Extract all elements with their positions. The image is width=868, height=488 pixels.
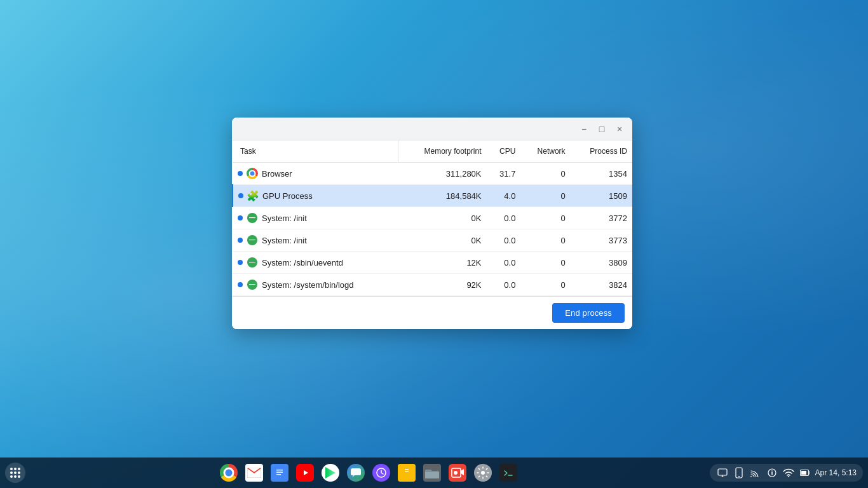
memory-cell-ueventd: 12K — [398, 252, 487, 274]
task-inner-browser: Browser — [238, 168, 393, 179]
status-dot-browser — [238, 171, 243, 176]
table-row[interactable]: Browser311,280K31.701354 — [233, 163, 632, 185]
taskbar-app-toolbox[interactable] — [370, 461, 393, 484]
docs-icon — [271, 464, 288, 482]
table-row[interactable]: System: /sbin/ueventd12K0.003809 — [233, 252, 632, 274]
table-row[interactable]: System: /init0K0.003772 — [233, 207, 632, 229]
status-dot-logd — [238, 282, 243, 287]
chrome-task-icon — [247, 168, 258, 179]
memory-cell-gpu: 184,584K — [398, 185, 487, 207]
svg-point-1 — [14, 468, 17, 470]
taskbar-app-files[interactable] — [421, 461, 444, 484]
col-task[interactable]: Task — [233, 140, 398, 163]
system-tray[interactable]: Apr 14, 5:13 — [710, 464, 863, 482]
svg-rect-17 — [405, 469, 409, 470]
network-cell-logd: 0 — [520, 274, 570, 296]
svg-rect-11 — [276, 470, 283, 471]
system-icon — [247, 257, 257, 268]
titlebar-buttons: − □ × — [576, 121, 627, 137]
launcher-button[interactable] — [5, 463, 25, 483]
task-cell-init1: System: /init — [233, 207, 398, 229]
window-footer: End process — [232, 296, 632, 329]
network-cell-browser: 0 — [520, 163, 570, 185]
svg-marker-14 — [304, 470, 308, 475]
svg-rect-18 — [405, 471, 409, 472]
table-row[interactable]: System: /system/bin/logd92K0.003824 — [233, 274, 632, 296]
svg-point-7 — [14, 475, 17, 478]
cast-icon — [749, 466, 762, 479]
task-name-browser: Browser — [262, 169, 292, 179]
task-name-init1: System: /init — [262, 214, 307, 223]
pid-cell-logd: 3824 — [571, 274, 632, 296]
taskbar-app-keep[interactable] — [395, 461, 418, 484]
memory-cell-browser: 311,280K — [398, 163, 487, 185]
launcher-icon — [10, 467, 21, 478]
taskbar-app-screenrecord[interactable] — [446, 461, 469, 484]
process-table: Task Memory footprint CPU Network Proces… — [232, 140, 632, 296]
task-name-ueventd: System: /sbin/ueventd — [262, 258, 343, 268]
network-cell-init2: 0 — [520, 229, 570, 252]
end-process-button[interactable]: End process — [552, 303, 625, 323]
files-icon — [423, 464, 441, 482]
task-manager-window: − □ × Task Memory footprint CPU Network … — [232, 118, 632, 329]
pid-cell-init1: 3772 — [571, 207, 632, 229]
table-row[interactable]: 🧩GPU Process184,584K4.001509 — [233, 185, 632, 207]
task-cell-init2: System: /init — [233, 229, 398, 252]
wifi-icon — [782, 466, 795, 479]
table-header-row: Task Memory footprint CPU Network Proces… — [233, 140, 632, 163]
system-task-icon — [247, 212, 258, 224]
taskbar-app-chrome[interactable] — [217, 461, 240, 484]
memory-cell-init1: 0K — [398, 207, 487, 229]
puzzle-task-icon: 🧩 — [247, 190, 259, 201]
cpu-cell-init1: 0.0 — [487, 207, 521, 229]
maximize-button[interactable]: □ — [594, 121, 609, 137]
system-icon — [247, 213, 257, 223]
cpu-cell-logd: 0.0 — [487, 274, 521, 296]
task-cell-browser: Browser — [233, 163, 398, 185]
col-network[interactable]: Network — [520, 140, 570, 163]
cpu-cell-browser: 31.7 — [487, 163, 521, 185]
task-inner-gpu: 🧩GPU Process — [238, 190, 393, 201]
cpu-cell-ueventd: 0.0 — [487, 252, 521, 274]
task-cell-gpu: 🧩GPU Process — [233, 185, 398, 207]
taskbar-app-messages[interactable] — [344, 461, 367, 484]
status-dot-gpu — [238, 193, 243, 198]
svg-point-4 — [14, 471, 17, 474]
youtube-icon — [296, 464, 314, 482]
cpu-cell-init2: 0.0 — [487, 229, 521, 252]
taskbar-app-settings[interactable] — [471, 461, 494, 484]
status-dot-init1 — [238, 215, 243, 220]
svg-rect-12 — [276, 472, 283, 473]
taskbar-app-gmail[interactable] — [243, 461, 266, 484]
task-name-logd: System: /system/bin/logd — [262, 280, 354, 290]
pid-cell-ueventd: 3809 — [571, 252, 632, 274]
svg-rect-34 — [801, 471, 806, 475]
task-name-init2: System: /init — [262, 236, 307, 245]
col-cpu[interactable]: CPU — [487, 140, 521, 163]
system-task-icon — [247, 234, 258, 246]
close-button[interactable]: × — [612, 121, 627, 137]
taskbar-app-play[interactable] — [319, 461, 342, 484]
pid-cell-init2: 3773 — [571, 229, 632, 252]
taskbar-app-docs[interactable] — [268, 461, 291, 484]
taskbar-app-youtube[interactable] — [294, 461, 316, 484]
chrome-icon — [220, 464, 238, 482]
col-pid[interactable]: Process ID — [571, 140, 632, 163]
memory-cell-logd: 92K — [398, 274, 487, 296]
taskbar: Apr 14, 5:13 — [0, 458, 868, 488]
svg-point-32 — [787, 476, 789, 477]
table-row[interactable]: System: /init0K0.003773 — [233, 229, 632, 252]
minimize-button[interactable]: − — [576, 121, 592, 137]
col-memory[interactable]: Memory footprint — [398, 140, 487, 163]
svg-rect-13 — [276, 474, 281, 475]
network-cell-gpu: 0 — [520, 185, 570, 207]
network-cell-init1: 0 — [520, 207, 570, 229]
terminal-icon — [499, 464, 517, 482]
system-icon — [247, 280, 257, 290]
svg-point-0 — [10, 468, 13, 470]
svg-point-5 — [18, 471, 20, 474]
pid-cell-gpu: 1509 — [571, 185, 632, 207]
task-inner-ueventd: System: /sbin/ueventd — [238, 257, 393, 268]
system-icon — [247, 235, 257, 245]
taskbar-app-terminal[interactable] — [497, 461, 520, 484]
